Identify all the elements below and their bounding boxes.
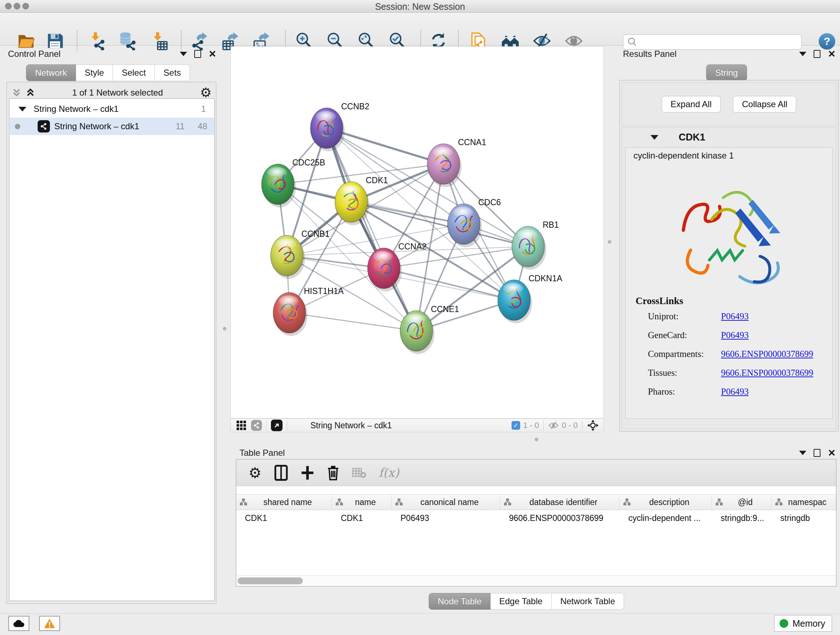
results-panel-header: Results Panel ✕ — [623, 49, 836, 59]
close-panel-icon[interactable]: ✕ — [208, 50, 216, 57]
horizontal-scrollbar[interactable] — [236, 575, 836, 586]
table-cell-6[interactable]: stringdb — [772, 510, 836, 526]
float-panel-icon[interactable] — [180, 52, 187, 56]
column-header-6[interactable]: namespac — [772, 494, 836, 510]
pharos-link[interactable]: P06493 — [721, 386, 748, 397]
close-panel-icon[interactable]: ✕ — [828, 50, 836, 57]
collapse-all-networks-icon[interactable] — [12, 88, 21, 97]
edge-CDK1-RB1[interactable] — [351, 202, 528, 247]
tab-network-table[interactable]: Network Table — [552, 593, 624, 610]
node-CDC25B[interactable]: CDC25B — [262, 158, 325, 207]
table-row[interactable]: CDK1CDK1P064939606.ENSP00000378699cyclin… — [236, 510, 836, 526]
node-CDKN1A[interactable]: CDKN1A — [498, 274, 562, 323]
column-header-3[interactable]: database identifier — [500, 494, 620, 510]
compartments-link[interactable]: 9606.ENSP00000378699 — [721, 349, 813, 359]
network-canvas[interactable]: CCNB2 CCNA1 CDC25B CDK1 CDC6 — [231, 46, 604, 418]
gene-expander-icon[interactable] — [651, 135, 658, 140]
table-options-gear-icon[interactable]: ⚙ — [248, 466, 262, 479]
toolbar-separator — [77, 30, 77, 51]
node-CCNB2[interactable]: CCNB2 — [310, 102, 369, 151]
search-field[interactable] — [623, 35, 802, 50]
expand-all-networks-icon[interactable] — [26, 88, 35, 97]
node-CDC6[interactable]: CDC6 — [447, 198, 501, 247]
table-cell-4[interactable]: cyclin-dependent ... — [620, 510, 712, 526]
show-columns-icon[interactable] — [274, 465, 288, 481]
table-cell-2[interactable]: P06493 — [392, 510, 500, 526]
column-header-4[interactable]: description — [620, 494, 712, 510]
tab-string[interactable]: String — [706, 65, 747, 81]
import-network-database-icon[interactable] — [118, 32, 137, 50]
scrollbar-thumb[interactable] — [238, 578, 303, 584]
grid-view-icon[interactable] — [236, 420, 247, 431]
crosslink-label: Uniprot: — [648, 311, 679, 321]
network-graph[interactable]: CCNB2 CCNA1 CDC25B CDK1 CDC6 — [231, 47, 603, 418]
warning-status-button[interactable] — [39, 616, 60, 631]
import-table-file-icon[interactable] — [150, 32, 169, 50]
node-label-CCNE1: CCNE1 — [431, 304, 459, 314]
float-panel-icon[interactable] — [799, 52, 806, 56]
open-session-icon[interactable] — [17, 32, 35, 50]
birdseye-navigator-icon[interactable] — [587, 419, 599, 432]
table-cell-5[interactable]: stringdb:9... — [712, 510, 772, 526]
tab-node-table[interactable]: Node Table — [429, 593, 491, 610]
node-CDK1[interactable]: CDK1 — [335, 176, 388, 225]
add-column-icon[interactable] — [301, 465, 314, 480]
gene-section-header[interactable]: CDK1 — [622, 128, 836, 147]
network-options-gear-icon[interactable]: ⚙ — [200, 86, 212, 99]
node-CCNE1[interactable]: CCNE1 — [400, 304, 459, 354]
collection-expander-icon[interactable] — [19, 107, 27, 111]
tab-network[interactable]: Network — [26, 65, 76, 81]
node-RB1[interactable]: RB1 — [512, 220, 559, 270]
column-header-1[interactable]: name — [332, 494, 392, 510]
column-header-0[interactable]: shared name — [236, 494, 332, 510]
table-cell-0[interactable]: CDK1 — [236, 510, 332, 526]
string-network-icon — [38, 120, 50, 133]
detach-view-icon[interactable] — [271, 420, 283, 431]
node-CCNA1[interactable]: CCNA1 — [427, 138, 486, 187]
tab-style[interactable]: Style — [76, 65, 113, 81]
uniprot-link[interactable]: P06493 — [721, 311, 748, 321]
left-splitter-handle[interactable] — [223, 327, 226, 331]
close-panel-icon[interactable]: ✕ — [828, 449, 836, 456]
delete-table-icon-disabled — [352, 467, 366, 479]
table-panel-title: Table Panel — [240, 448, 285, 458]
cloud-status-button[interactable] — [8, 616, 29, 631]
right-splitter-handle[interactable] — [608, 240, 611, 244]
maximize-panel-icon[interactable] — [813, 449, 821, 457]
toolbar-separator — [181, 30, 182, 51]
network-view-toolbar: String Network – cdk1 ✓ 1 - 0 0 - 0 — [231, 418, 604, 432]
collapse-all-button[interactable]: Collapse All — [733, 96, 796, 112]
network-thumbnail-icon[interactable] — [251, 420, 262, 431]
search-input[interactable] — [640, 36, 801, 48]
import-network-file-icon[interactable] — [88, 32, 106, 50]
gene-section: CDK1 cyclin-dependent kinase 1 — [622, 127, 836, 429]
network-collection-row[interactable]: String Network – cdk1 1 — [10, 100, 214, 118]
network-row-selected[interactable]: String Network – cdk1 11 48 — [10, 118, 214, 135]
help-button[interactable]: ? — [819, 33, 835, 50]
node-HIST1H1A[interactable]: HIST1H1A — [273, 287, 344, 336]
save-session-icon[interactable] — [46, 32, 65, 50]
column-header-2[interactable]: canonical name — [392, 494, 500, 510]
memory-button[interactable]: Memory — [774, 615, 832, 632]
edge-CCNB2-CCNE1[interactable] — [327, 128, 416, 331]
tissues-link[interactable]: 9606.ENSP00000378699 — [721, 368, 813, 378]
node-label-CCNA2: CCNA2 — [398, 242, 426, 251]
results-actions: Expand All Collapse All — [622, 82, 836, 126]
maximize-panel-icon[interactable] — [194, 50, 201, 58]
bottom-splitter-handle[interactable] — [535, 438, 538, 441]
tab-edge-table[interactable]: Edge Table — [491, 593, 552, 610]
table-cell-3[interactable]: 9606.ENSP00000378699 — [500, 510, 620, 526]
table-cell-1[interactable]: CDK1 — [332, 510, 392, 526]
genecard-link[interactable]: P06493 — [721, 330, 748, 340]
column-header-5[interactable]: @id — [712, 494, 772, 510]
edge-HIST1H1A-CCNE1[interactable] — [289, 313, 416, 331]
expand-all-button[interactable]: Expand All — [662, 96, 721, 112]
float-panel-icon[interactable] — [799, 451, 806, 455]
maximize-panel-icon[interactable] — [813, 50, 821, 58]
tab-select[interactable]: Select — [113, 65, 155, 81]
selected-items-checkbox-icon[interactable]: ✓ — [512, 421, 520, 430]
tab-sets[interactable]: Sets — [155, 65, 190, 81]
main-toolbar: ? — [0, 13, 840, 46]
delete-column-icon[interactable] — [327, 465, 340, 480]
export-network-icon[interactable] — [189, 32, 208, 50]
